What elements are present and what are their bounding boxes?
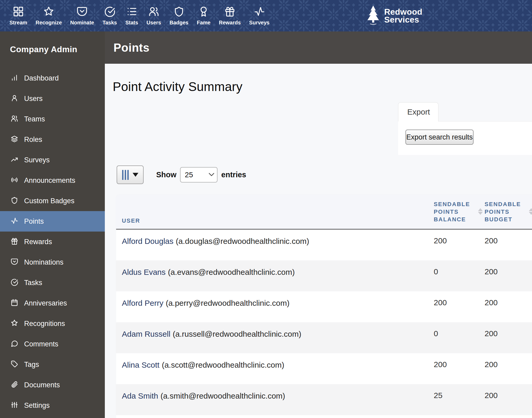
- sidebar-item-users[interactable]: Users: [0, 88, 105, 109]
- nav-item-badges[interactable]: Badges: [165, 0, 193, 31]
- user-name-link[interactable]: Aldus Evans: [122, 268, 166, 276]
- sidebar-item-label: Rewards: [24, 238, 52, 246]
- column-header-label: SENDABLE POINTS BALANCE: [434, 200, 470, 229]
- table-row-partial: [116, 415, 532, 418]
- sidebar-item-label: Anniversaries: [24, 299, 67, 307]
- user-cell: Adam Russell(a.russell@redwoodhealthclin…: [116, 322, 434, 353]
- table-header-row: USER SENDABLE POINTS BALANCE SENDABLE PO…: [116, 195, 532, 229]
- column-header-user[interactable]: USER: [116, 195, 434, 229]
- nav-item-users[interactable]: Users: [142, 0, 165, 31]
- sidebar-item-recognitions[interactable]: Recognitions: [0, 313, 105, 334]
- user-name-link[interactable]: Adam Russell: [122, 330, 170, 338]
- columns-icon: [122, 170, 129, 180]
- sidebar-item-documents[interactable]: Documents: [0, 375, 105, 395]
- balance-cell: 0: [434, 260, 485, 291]
- sidebar-item-nominations[interactable]: Nominations: [0, 252, 105, 272]
- export-search-results-button[interactable]: Export search results: [405, 130, 474, 145]
- points-table: USER SENDABLE POINTS BALANCE SENDABLE PO…: [116, 195, 532, 418]
- nav-item-stats[interactable]: Stats: [121, 0, 142, 31]
- nav-item-stream[interactable]: Stream: [5, 0, 31, 31]
- column-header-sendable-points-balance[interactable]: SENDABLE POINTS BALANCE: [434, 195, 485, 229]
- nav-item-label: Surveys: [249, 20, 270, 26]
- sidebar-item-label: Comments: [24, 340, 58, 348]
- sidebar-item-custom-badges[interactable]: Custom Badges: [0, 191, 105, 211]
- sidebar-item-roles[interactable]: Roles: [0, 129, 105, 150]
- sidebar-item-teams[interactable]: Teams: [0, 109, 105, 129]
- table-row: Alina Scott(a.scott@redwoodhealthclinic.…: [116, 353, 532, 384]
- table-row: Ada Smith(a.smith@redwoodhealthclinic.co…: [116, 384, 532, 415]
- pocket-icon: [76, 6, 88, 18]
- sidebar-item-anniversaries[interactable]: Anniversaries: [0, 293, 105, 313]
- admin-sidebar: Company Admin Dashboard Users Teams Role…: [0, 31, 105, 418]
- users-icon: [10, 115, 18, 124]
- balance-cell: 200: [434, 353, 485, 384]
- entries-label: entries: [221, 170, 246, 179]
- sidebar-menu: Dashboard Users Teams Roles Surveys Anno…: [0, 68, 105, 416]
- trending-up-icon: [10, 156, 18, 164]
- sidebar-item-label: Recognitions: [24, 320, 65, 328]
- sidebar-item-label: Settings: [24, 401, 50, 410]
- brand-logo[interactable]: Redwood Services: [365, 0, 422, 31]
- entries-select[interactable]: 25: [180, 167, 218, 183]
- nav-item-fame[interactable]: Fame: [193, 0, 215, 31]
- sidebar-item-label: Announcements: [24, 176, 75, 185]
- user-name-link[interactable]: Alina Scott: [122, 361, 159, 369]
- sidebar-item-settings[interactable]: Settings: [0, 395, 105, 416]
- user-cell: Alina Scott(a.scott@redwoodhealthclinic.…: [116, 353, 434, 384]
- nav-item-label: Stats: [125, 20, 138, 26]
- show-label: Show: [156, 170, 176, 179]
- nav-item-label: Nominate: [70, 20, 94, 26]
- user-email: (a.douglas@redwoodhealthclinic.com): [176, 237, 309, 245]
- table-row: Alford Douglas(a.douglas@redwoodhealthcl…: [116, 229, 532, 260]
- sidebar-item-announcements[interactable]: Announcements: [0, 170, 105, 191]
- gift-icon: [224, 6, 236, 18]
- tab-export[interactable]: Export: [398, 102, 438, 121]
- activity-icon: [10, 217, 18, 226]
- column-header-sendable-points-budget[interactable]: SENDABLE POINTS BUDGET: [485, 195, 532, 229]
- sidebar-item-comments[interactable]: Comments: [0, 334, 105, 354]
- user-email: (a.perry@redwoodhealthclinic.com): [166, 299, 289, 307]
- user-email: (a.smith@redwoodhealthclinic.com): [160, 392, 285, 400]
- table-row: Alford Perry(a.perry@redwoodhealthclinic…: [116, 291, 532, 322]
- user-icon: [10, 94, 18, 103]
- sidebar-item-tags[interactable]: Tags: [0, 354, 105, 375]
- sidebar-item-points[interactable]: Points: [0, 211, 105, 232]
- table-row: Adam Russell(a.russell@redwoodhealthclin…: [116, 322, 532, 353]
- pocket-icon: [10, 258, 18, 267]
- nav-item-tasks[interactable]: Tasks: [98, 0, 121, 31]
- tag-icon: [10, 360, 18, 369]
- sidebar-item-label: Tasks: [24, 279, 42, 287]
- users-icon: [148, 6, 160, 18]
- message-icon: [10, 340, 18, 349]
- budget-cell: 200: [485, 384, 532, 415]
- budget-cell: 200: [485, 229, 532, 260]
- nav-item-rewards[interactable]: Rewards: [215, 0, 245, 31]
- user-name-link[interactable]: Alford Douglas: [122, 237, 173, 245]
- user-name-link[interactable]: Alford Perry: [122, 299, 163, 307]
- balance-cell: 0: [434, 322, 485, 353]
- user-name-link[interactable]: Ada Smith: [122, 392, 158, 400]
- brand-line1: Redwood: [384, 8, 422, 16]
- balance-cell: 25: [434, 384, 485, 415]
- sidebar-item-surveys[interactable]: Surveys: [0, 150, 105, 170]
- nav-item-recognize[interactable]: Recognize: [31, 0, 66, 31]
- shield-icon: [10, 196, 18, 205]
- top-navigation: Stream Recognize Nominate Tasks Stats Us…: [0, 0, 532, 31]
- circle-check-icon: [104, 6, 116, 18]
- main-content: Points Point Activity Summary Export Exp…: [105, 31, 532, 418]
- list-icon: [126, 6, 138, 18]
- nav-item-surveys[interactable]: Surveys: [245, 0, 274, 31]
- nav-item-label: Badges: [170, 20, 188, 26]
- sidebar-item-label: Roles: [24, 136, 42, 144]
- sidebar-item-dashboard[interactable]: Dashboard: [0, 68, 105, 88]
- column-visibility-button[interactable]: [117, 165, 144, 184]
- budget-cell: 200: [485, 353, 532, 384]
- nav-item-label: Rewards: [219, 20, 241, 26]
- sidebar-item-label: Dashboard: [24, 74, 59, 82]
- sidebar-item-rewards[interactable]: Rewards: [0, 232, 105, 252]
- nav-item-nominate[interactable]: Nominate: [66, 0, 98, 31]
- activity-icon: [254, 6, 265, 18]
- user-email: (a.evans@redwoodhealthclinic.com): [168, 268, 295, 276]
- export-panel: Export search results: [398, 121, 532, 155]
- sidebar-item-tasks[interactable]: Tasks: [0, 272, 105, 293]
